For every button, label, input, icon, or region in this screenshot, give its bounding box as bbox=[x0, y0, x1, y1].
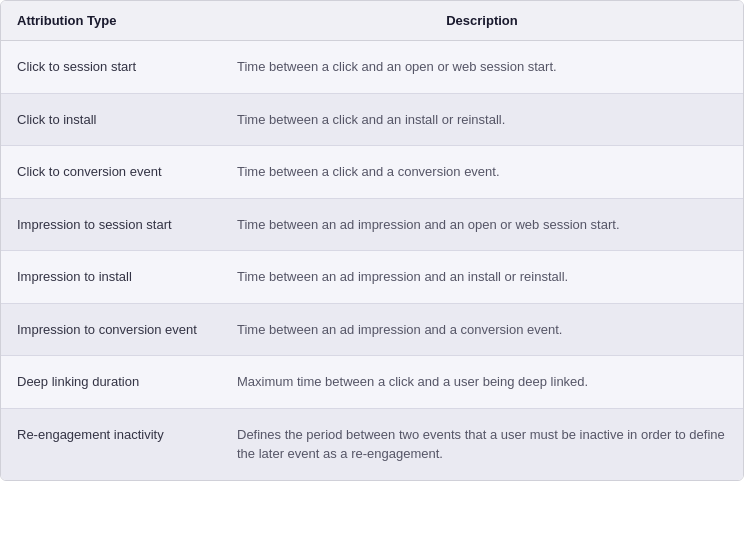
cell-type: Impression to install bbox=[1, 251, 221, 304]
table-row: Impression to conversion eventTime betwe… bbox=[1, 303, 743, 356]
cell-description: Time between a click and an install or r… bbox=[221, 93, 743, 146]
table-row: Click to session startTime between a cli… bbox=[1, 41, 743, 94]
cell-type: Click to session start bbox=[1, 41, 221, 94]
table-row: Deep linking durationMaximum time betwee… bbox=[1, 356, 743, 409]
table-body: Click to session startTime between a cli… bbox=[1, 41, 743, 480]
cell-description: Time between an ad impression and a conv… bbox=[221, 303, 743, 356]
header-type: Attribution Type bbox=[1, 1, 221, 41]
cell-type: Deep linking duration bbox=[1, 356, 221, 409]
header-description: Description bbox=[221, 1, 743, 41]
cell-description: Defines the period between two events th… bbox=[221, 408, 743, 480]
attribution-table-container: Attribution Type Description Click to se… bbox=[0, 0, 744, 481]
table-row: Re-engagement inactivityDefines the peri… bbox=[1, 408, 743, 480]
table-row: Click to conversion eventTime between a … bbox=[1, 146, 743, 199]
cell-type: Impression to session start bbox=[1, 198, 221, 251]
cell-description: Time between an ad impression and an ins… bbox=[221, 251, 743, 304]
cell-description: Maximum time between a click and a user … bbox=[221, 356, 743, 409]
cell-description: Time between a click and an open or web … bbox=[221, 41, 743, 94]
cell-description: Time between an ad impression and an ope… bbox=[221, 198, 743, 251]
table-row: Impression to session startTime between … bbox=[1, 198, 743, 251]
table-row: Click to installTime between a click and… bbox=[1, 93, 743, 146]
table-header-row: Attribution Type Description bbox=[1, 1, 743, 41]
cell-type: Impression to conversion event bbox=[1, 303, 221, 356]
cell-description: Time between a click and a conversion ev… bbox=[221, 146, 743, 199]
cell-type: Click to conversion event bbox=[1, 146, 221, 199]
cell-type: Re-engagement inactivity bbox=[1, 408, 221, 480]
table-row: Impression to installTime between an ad … bbox=[1, 251, 743, 304]
cell-type: Click to install bbox=[1, 93, 221, 146]
attribution-table: Attribution Type Description Click to se… bbox=[1, 1, 743, 480]
